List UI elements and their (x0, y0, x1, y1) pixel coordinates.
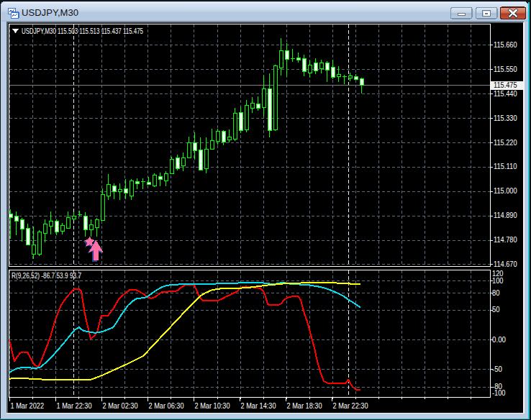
svg-text:2 Mar 02:30: 2 Mar 02:30 (103, 401, 138, 410)
svg-text:2 Mar 18:30: 2 Mar 18:30 (287, 401, 322, 410)
svg-text:USDJPY,M30 115.503 115.513 11: USDJPY,M30 115.503 115.513 115.437 115.4… (22, 27, 143, 35)
svg-text:2 Mar 06:30: 2 Mar 06:30 (149, 401, 184, 410)
svg-text:115.330: 115.330 (494, 114, 517, 122)
svg-text:-100: -100 (492, 388, 506, 397)
svg-text:2 Mar 10:30: 2 Mar 10:30 (195, 401, 230, 410)
svg-text:0.00: 0.00 (492, 335, 506, 344)
svg-text:114.890: 114.890 (494, 211, 517, 219)
svg-text:80: 80 (492, 288, 500, 297)
svg-text:2 Mar 14:30: 2 Mar 14:30 (241, 401, 276, 410)
svg-text:115.660: 115.660 (494, 40, 517, 49)
svg-text:115.475: 115.475 (494, 81, 517, 89)
svg-text:115.550: 115.550 (494, 65, 517, 73)
svg-text:1 Mar 2022: 1 Mar 2022 (11, 401, 45, 410)
svg-text:1 Mar 22:30: 1 Mar 22:30 (57, 401, 92, 410)
svg-text:-50: -50 (492, 365, 502, 373)
svg-text:USDJPY,M30: USDJPY,M30 (22, 7, 78, 18)
svg-text:114.780: 114.780 (494, 235, 517, 244)
svg-text:100: 100 (492, 276, 504, 285)
svg-text:2 Mar 22:30: 2 Mar 22:30 (333, 401, 368, 410)
svg-text:R(9,26,52) -86.7 53.9 93.7: R(9,26,52) -86.7 53.9 93.7 (12, 271, 81, 280)
svg-text:115.110: 115.110 (494, 162, 517, 170)
svg-text:115.440: 115.440 (494, 89, 517, 98)
svg-text:115.220: 115.220 (494, 138, 517, 147)
svg-text:114.670: 114.670 (494, 260, 517, 268)
svg-text:115.000: 115.000 (494, 186, 517, 195)
svg-text:50: 50 (492, 305, 500, 314)
